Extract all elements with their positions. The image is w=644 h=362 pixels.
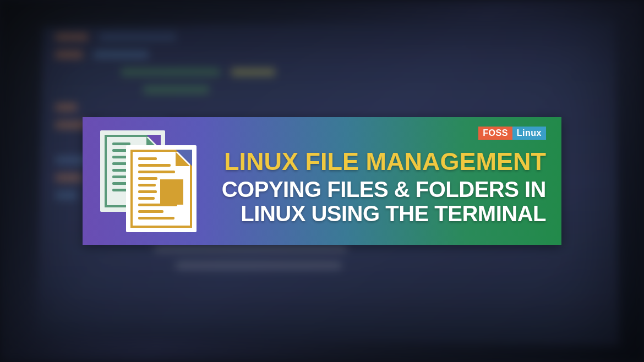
- sub-headline-line1: COPYING FILES & FOLDERS IN: [212, 178, 546, 201]
- sub-headline-line2: LINUX USING THE TERMINAL: [212, 202, 546, 226]
- banner-text: FOSS Linux LINUX FILE MANAGEMENT COPYING…: [212, 136, 546, 226]
- document-front-icon: [126, 145, 197, 232]
- logo-linux-part: Linux: [512, 127, 546, 140]
- title-banner: FOSS Linux LINUX FILE MANAGEMENT COPYING…: [83, 117, 561, 245]
- logo-foss-part: FOSS: [478, 127, 512, 140]
- documents-icon: [100, 130, 197, 232]
- main-headline: LINUX FILE MANAGEMENT: [212, 149, 546, 174]
- foss-linux-logo: FOSS Linux: [478, 127, 546, 140]
